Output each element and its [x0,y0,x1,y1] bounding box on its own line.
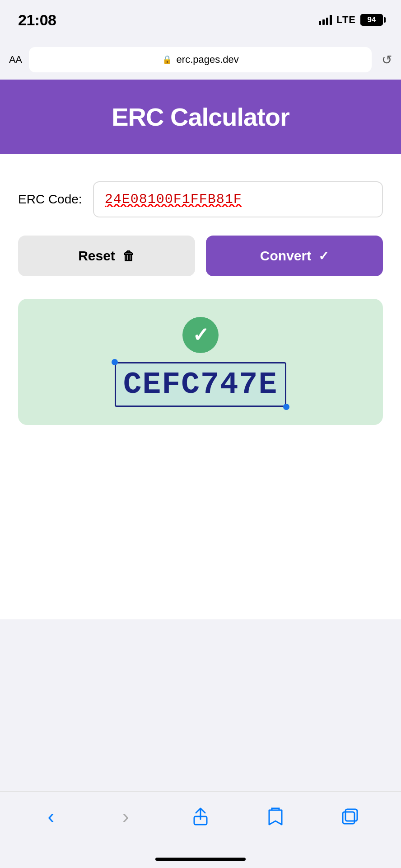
app-title: ERC Calculator [112,102,289,132]
home-bar [155,858,246,861]
svg-rect-1 [343,812,354,824]
status-bar: 21:08 LTE 94 [0,0,401,40]
app-header: ERC Calculator [0,80,401,154]
bookmarks-button[interactable] [260,801,291,832]
reset-button[interactable]: Reset 🗑 [18,236,195,276]
erc-code-input[interactable] [93,181,383,217]
erc-label: ERC Code: [18,192,82,207]
reload-icon[interactable]: ↺ [382,52,392,67]
checkmark-icon: ✓ [318,249,329,264]
back-button[interactable]: ‹ [35,801,67,832]
forward-button[interactable]: › [110,801,141,832]
battery-icon: 94 [360,14,383,26]
selection-handle-left [112,359,118,365]
status-time: 21:08 [18,11,56,29]
url-text: erc.pages.dev [177,54,239,66]
lte-label: LTE [336,14,356,26]
success-circle: ✓ [182,317,219,353]
result-text-container: CEFC747E [115,362,286,407]
result-value[interactable]: CEFC747E [123,367,278,402]
signal-icon [319,15,332,25]
aa-button[interactable]: AA [9,54,22,66]
selection-handle-right [283,404,289,410]
safari-bottom-bar: ‹ › [0,791,401,850]
url-bar[interactable]: 🔒 erc.pages.dev [29,47,372,72]
browser-bar: AA 🔒 erc.pages.dev ↺ [0,40,401,80]
convert-label: Convert [260,248,311,264]
convert-button[interactable]: Convert ✓ [206,236,383,276]
success-checkmark-icon: ✓ [192,325,209,345]
trash-icon: 🗑 [122,249,135,264]
result-box: ✓ CEFC747E [18,299,383,425]
share-button[interactable] [185,801,216,832]
result-text-wrapper: CEFC747E [115,362,286,407]
svg-rect-2 [345,809,357,821]
page-spacer [0,619,401,791]
tabs-icon [342,808,358,825]
buttons-row: Reset 🗑 Convert ✓ [18,236,383,276]
lock-icon: 🔒 [162,55,172,65]
tabs-button[interactable] [334,801,366,832]
main-content: ERC Code: Reset 🗑 Convert ✓ ✓ CEFC747E [0,154,401,619]
share-icon [192,807,209,826]
reset-label: Reset [78,248,115,264]
home-indicator [0,850,401,868]
bookmarks-icon [267,807,284,826]
status-icons: LTE 94 [319,14,383,26]
erc-input-row: ERC Code: [18,181,383,217]
